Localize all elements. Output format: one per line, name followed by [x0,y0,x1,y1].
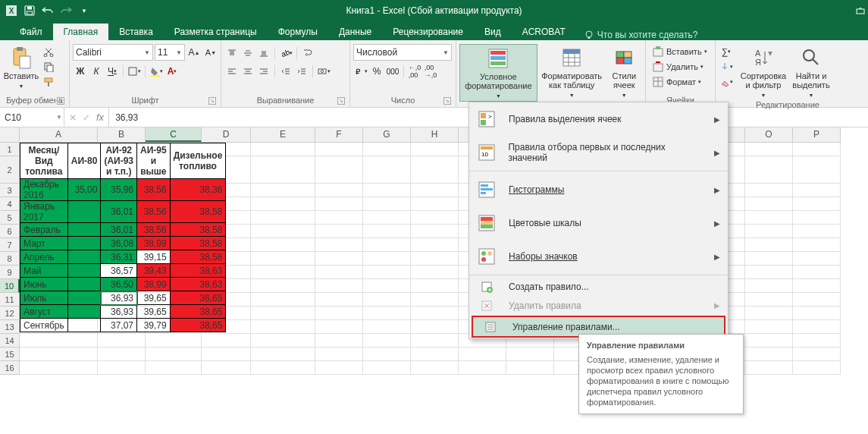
table-row-month[interactable]: Январь 2017 [20,201,68,223]
col-header-G[interactable]: G [363,127,411,142]
table-cell[interactable]: 39,79 [137,319,171,332]
save-button[interactable] [21,2,38,20]
sort-filter-button[interactable]: AЯ Сортировка и фильтр▼ [738,44,788,100]
font-name-combo[interactable]: Calibri▼ [73,44,153,61]
table-cell[interactable]: 38,58 [170,250,226,264]
tab-insert[interactable]: Вставка [108,24,164,40]
table-cell[interactable]: 38,58 [170,223,226,237]
clipboard-launcher[interactable]: ↘ [57,97,64,105]
row-header-7[interactable]: 7 [0,238,20,252]
table-cell[interactable]: 38,99 [137,237,171,250]
copy-button[interactable] [41,59,56,74]
name-box[interactable]: C10▼ [0,108,64,127]
table-cell[interactable]: 38,65 [170,319,226,332]
menu-top-bottom-rules[interactable]: 10 Правила отбора первых и последних зна… [469,136,728,169]
tab-acrobat[interactable]: ACROBAT [512,24,576,40]
tab-data[interactable]: Данные [328,24,382,40]
align-middle-button[interactable] [240,46,255,61]
table-row-month[interactable]: Май [20,264,68,278]
table-cell[interactable] [67,291,101,305]
number-format-combo[interactable]: Числовой▼ [353,44,452,61]
col-header-H[interactable]: H [411,127,459,142]
orientation-button[interactable]: ab▾ [278,46,293,61]
table-cell[interactable]: 36,08 [101,237,137,250]
align-left-button[interactable] [224,64,240,79]
clear-button[interactable]: ▾ [719,74,734,90]
autosum-button[interactable]: ∑▾ [719,44,734,59]
font-size-combo[interactable]: 11▼ [155,44,185,61]
merge-center-button[interactable]: ▾ [316,64,331,79]
table-cell[interactable]: 36,93 [101,291,137,305]
table-cell[interactable] [67,237,101,250]
tab-review[interactable]: Рецензирование [382,24,474,40]
row-header-15[interactable]: 15 [0,348,20,361]
row-header-5[interactable]: 5 [0,211,20,225]
table-cell[interactable]: 38,58 [170,201,226,223]
font-color-button[interactable]: A▾ [165,64,180,79]
number-launcher[interactable]: ↘ [443,97,451,105]
row-header-2[interactable]: 2 [0,156,20,184]
menu-clear-rules[interactable]: Удалить правила ▶ [469,296,728,315]
decrease-indent-button[interactable] [278,64,293,79]
format-painter-button[interactable] [41,74,56,90]
table-cell[interactable]: 35,96 [101,179,137,201]
table-cell[interactable]: 38,63 [170,264,226,278]
col-header-F[interactable]: F [315,127,363,142]
table-cell[interactable] [67,319,101,332]
align-top-button[interactable] [224,46,240,61]
table-cell[interactable]: 38,65 [170,305,226,319]
table-cell[interactable]: 36,31 [101,250,137,264]
row-header-3[interactable]: 3 [0,184,20,197]
table-cell[interactable]: 35,00 [67,179,101,201]
row-header-9[interactable]: 9 [0,266,20,279]
table-cell[interactable]: 38,56 [137,223,171,237]
bold-button[interactable]: Ж [73,64,88,79]
find-select-button[interactable]: Найти и выделить▼ [788,44,834,100]
format-cells-button[interactable]: Формат ▾ [649,74,710,90]
table-cell[interactable]: 38,63 [170,278,226,291]
table-cell[interactable]: 38,36 [170,179,226,201]
align-right-button[interactable] [256,64,271,79]
menu-data-bars[interactable]: Гистограммы ▶ [469,173,728,206]
tab-formulas[interactable]: Формулы [268,24,328,40]
tell-me-search[interactable]: Что вы хотите сделать? [584,30,698,40]
qat-customize[interactable]: ▼ [76,2,92,20]
fx-icon[interactable]: fx [96,112,104,123]
enter-formula-icon[interactable]: ✓ [83,112,90,123]
wrap-text-button[interactable] [300,46,315,61]
table-row-month[interactable]: Сентябрь [20,319,68,332]
row-header-10[interactable]: 10 [0,279,20,293]
table-cell[interactable] [67,201,101,223]
table-cell[interactable]: 36,01 [101,201,137,223]
font-launcher[interactable]: ↘ [208,97,216,105]
align-bottom-button[interactable] [256,46,271,61]
col-header-D[interactable]: D [202,127,251,142]
accounting-format-button[interactable]: ₽▾ [353,64,368,79]
table-row-month[interactable]: Апрель [20,250,68,264]
format-as-table-button[interactable]: Форматировать как таблицу▼ [537,44,606,100]
menu-new-rule[interactable]: Создать правило... [469,277,728,296]
paste-button[interactable]: Вставить ▼ [3,44,39,91]
table-cell[interactable]: 37,07 [101,319,137,332]
row-header-4[interactable]: 4 [0,197,20,211]
col-header-A[interactable]: A [20,127,98,142]
border-button[interactable]: ▾ [127,64,142,79]
tab-page-layout[interactable]: Разметка страницы [164,24,268,40]
cut-button[interactable] [41,44,56,59]
col-header-O[interactable]: O [745,127,793,142]
table-cell[interactable] [67,278,101,291]
increase-decimal-button[interactable]: ←,0,00 [407,64,422,79]
fill-button[interactable]: ▾ [719,59,734,74]
select-all-corner[interactable] [0,127,20,143]
table-cell[interactable]: 39,15 [137,250,171,264]
table-cell[interactable] [67,264,101,278]
fill-color-button[interactable]: ▾ [149,64,164,79]
table-cell[interactable]: 38,56 [137,179,171,201]
col-header-B[interactable]: B [98,127,146,142]
table-cell[interactable]: 36,01 [101,223,137,237]
table-row-month[interactable]: Февраль [20,223,68,237]
redo-button[interactable] [58,2,74,20]
row-header-13[interactable]: 13 [0,320,20,334]
table-cell[interactable]: 39,65 [137,305,171,319]
conditional-formatting-button[interactable]: Условное форматирование▼ [459,44,537,102]
